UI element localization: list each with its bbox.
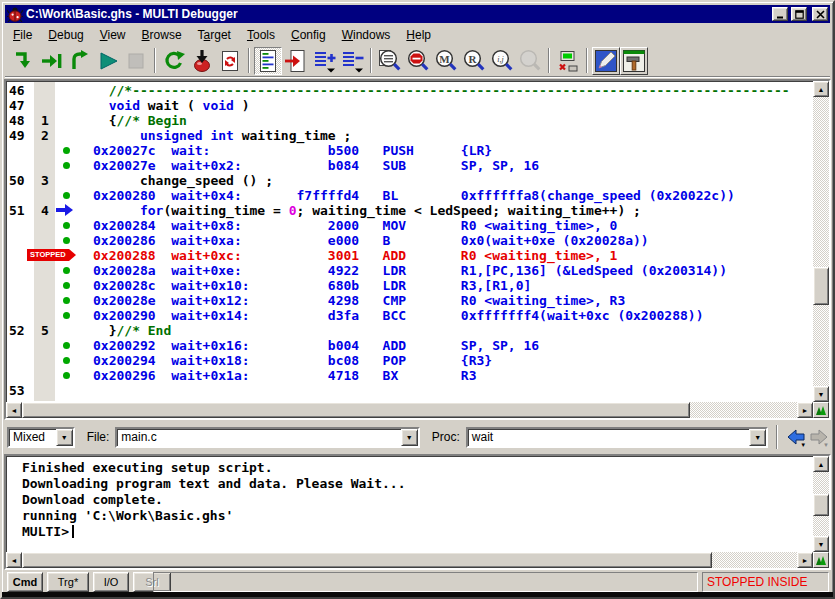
console-hscroll-thumb[interactable] [22,552,712,568]
tab-cmd[interactable]: Cmd [7,572,43,592]
browse-source-button[interactable] [376,47,404,75]
file-dropdown-button[interactable]: ▼ [401,429,418,446]
greenhills-trees-button[interactable] [813,402,829,418]
maximize-icon [795,10,804,19]
scroll-right-icon: ► [802,557,809,564]
menu-help[interactable]: Help [398,26,439,44]
step-over-button[interactable] [38,47,66,75]
scroll-right-button[interactable]: ► [797,402,813,418]
reload-program-button[interactable] [188,47,216,75]
code-horizontal-scrollbar[interactable]: ◄ ► [6,402,813,418]
code-line[interactable]: 0x20028e wait+0x12: 4298 CMP R0 <waiting… [7,293,812,308]
code-line[interactable]: 0x200290 wait+0x14: d3fa BCC 0xfffffff4(… [7,308,812,323]
open-editor-button[interactable] [592,47,620,75]
menu-windows[interactable]: Windows [334,26,399,44]
menu-debug[interactable]: Debug [40,26,91,44]
tab-trg[interactable]: Trg* [47,572,89,592]
code-line[interactable]: 0x20028a wait+0xe: 4922 LDR R1,[PC,136] … [7,263,812,278]
code-vscroll-thumb[interactable] [813,267,829,305]
code-line[interactable]: 525 }//* End [7,323,812,338]
scroll-down-button[interactable]: ▼ [813,386,829,402]
view-registers-button[interactable]: R [460,47,488,75]
step-out-button[interactable] [66,47,94,75]
view-locals-button[interactable]: i,j [488,47,516,75]
breakpoint-dot-icon[interactable] [63,237,70,244]
console-output[interactable]: Finished executing setup script.Download… [22,460,811,550]
code-line[interactable]: 53 [7,383,812,398]
greenhills-trees-button[interactable] [813,552,829,568]
breakpoint-dot-icon[interactable] [63,222,70,229]
breakpoint-dot-icon[interactable] [63,342,70,349]
breakpoint-dot-icon[interactable] [63,312,70,319]
collapse-blocks-button[interactable] [338,47,366,75]
code-line[interactable]: 0x20027c wait: b500 PUSH {LR} [7,143,812,158]
restart-button[interactable] [160,47,188,75]
breakpoint-dot-icon[interactable] [63,147,70,154]
breakpoint-dot-icon[interactable] [63,267,70,274]
close-button[interactable] [812,7,828,21]
code-line[interactable]: 0x200296 wait+0x1a: 4718 BX R3 [7,368,812,383]
breakpoint-dot-icon[interactable] [63,192,70,199]
menu-tools[interactable]: Tools [239,26,283,44]
scroll-up-button[interactable]: ▲ [813,81,829,97]
connect-target-icon [556,49,580,73]
scroll-down-button[interactable]: ▼ [813,536,829,552]
view-mode-dropdown-button[interactable]: ▼ [56,429,73,446]
console-vertical-scrollbar[interactable]: ▲ ▼ [813,456,829,552]
navigate-back-button[interactable]: ▼ [784,425,807,449]
breakpoint-dot-icon[interactable] [63,357,70,364]
scroll-right-button[interactable]: ► [797,552,813,568]
code-line[interactable]: 503 change_speed () ; [7,173,812,188]
expand-blocks-button[interactable] [310,47,338,75]
code-line[interactable]: 492 unsigned int waiting_time ; [7,128,812,143]
command-console[interactable]: Finished executing setup script.Download… [4,454,831,570]
code-line[interactable]: 47 void wait ( void ) [7,98,812,113]
proc-dropdown-button[interactable]: ▼ [749,429,766,446]
code-text: unsigned int waiting_time ; [93,128,351,143]
code-vertical-scrollbar[interactable]: ▲ ▼ [813,81,829,402]
menu-browse[interactable]: Browse [134,26,190,44]
code-line[interactable]: 0x200286 wait+0xa: e000 B 0x0(wait+0xe (… [7,233,812,248]
toggle-mixed-view-button[interactable] [254,47,282,75]
scroll-left-button[interactable]: ◄ [6,402,22,418]
code-line[interactable]: 481 {//* Begin [7,113,812,128]
breakpoint-dot-icon[interactable] [63,297,70,304]
step-into-button[interactable] [10,47,38,75]
code-line[interactable]: 0x200292 wait+0x16: b004 ADD SP, SP, 16 [7,338,812,353]
menu-file[interactable]: File [5,26,40,44]
view-mode-select[interactable]: Mixed ▼ [7,427,75,448]
refresh-window-button[interactable] [216,47,244,75]
scroll-up-button[interactable]: ▲ [813,456,829,472]
console-vscroll-thumb[interactable] [813,494,829,516]
code-line[interactable]: 0x200284 wait+0x8: 2000 MOV R0 <waiting_… [7,218,812,233]
toolbar: MRi,j [5,45,830,77]
maximize-button[interactable] [791,7,807,21]
breakpoint-dot-icon[interactable] [63,372,70,379]
menu-target[interactable]: Target [190,26,239,44]
menu-config[interactable]: Config [283,26,334,44]
connect-target-button[interactable] [554,47,582,75]
scroll-left-button[interactable]: ◄ [6,552,22,568]
code-hscroll-thumb[interactable] [22,402,690,418]
file-select[interactable]: main.c ▼ [115,427,419,448]
view-memory-button[interactable]: M [432,47,460,75]
code-line[interactable]: 0x20028c wait+0x10: 680b LDR R3,[R1,0] [7,278,812,293]
browse-breakpoints-button[interactable] [404,47,432,75]
minimize-button[interactable] [772,7,788,21]
code-line[interactable]: STOPPED0x200288 wait+0xc: 3001 ADD R0 <w… [7,248,812,263]
open-builder-button[interactable] [620,47,648,75]
goto-pc-button[interactable] [282,47,310,75]
console-prompt-line[interactable]: MULTI> [22,524,811,540]
code-line[interactable]: 0x200280 wait+0x4: f7ffffd4 BL 0xffffffa… [7,188,812,203]
code-line[interactable]: 46 //*----------------------------------… [7,83,812,98]
tab-io[interactable]: I/O [93,572,129,592]
go-button[interactable] [94,47,122,75]
console-horizontal-scrollbar[interactable]: ◄ ► [6,552,813,568]
proc-select[interactable]: wait ▼ [466,427,768,448]
breakpoint-dot-icon[interactable] [63,162,70,169]
code-line[interactable]: 0x20027e wait+0x2: b084 SUB SP, SP, 16 [7,158,812,173]
code-line[interactable]: 0x200294 wait+0x18: bc08 POP {R3} [7,353,812,368]
menu-view[interactable]: View [92,26,134,44]
code-line[interactable]: 514 for(waiting_time = 0; waiting_time <… [7,203,812,218]
breakpoint-dot-icon[interactable] [63,282,70,289]
